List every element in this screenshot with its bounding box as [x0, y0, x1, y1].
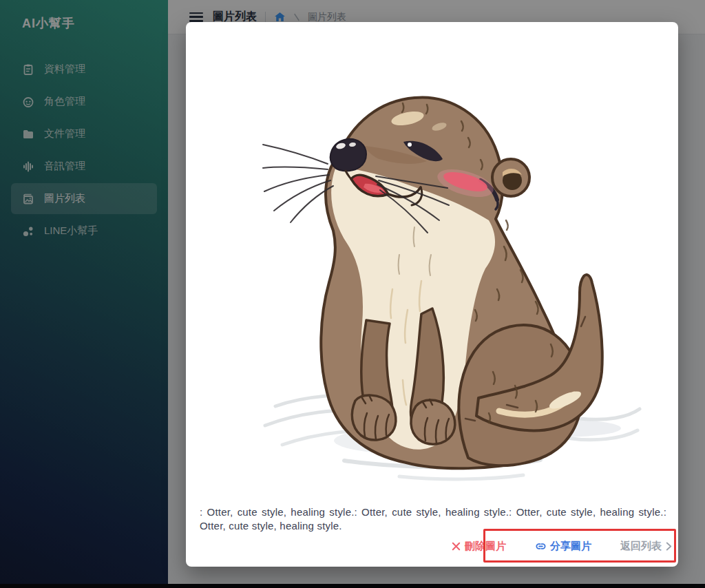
x-icon: [451, 541, 461, 552]
chevron-right-icon: [665, 542, 673, 551]
delete-image-button[interactable]: 刪除圖片: [451, 540, 506, 553]
back-to-list-button[interactable]: 返回列表: [620, 540, 673, 553]
share-image-button[interactable]: 分享圖片: [535, 540, 591, 553]
app-window: AI小幫手 資料管理 角色管理 文件管理: [0, 0, 705, 588]
otter-illustration: [262, 83, 647, 482]
link-icon: [535, 540, 547, 552]
image-preview-modal: : Otter, cute style, healing style.: Ott…: [186, 22, 678, 567]
modal-actions: 刪除圖片 分享圖片 返回列表: [451, 540, 673, 553]
window-bottom-edge: [0, 584, 705, 588]
image-description: : Otter, cute style, healing style.: Ott…: [200, 505, 666, 533]
